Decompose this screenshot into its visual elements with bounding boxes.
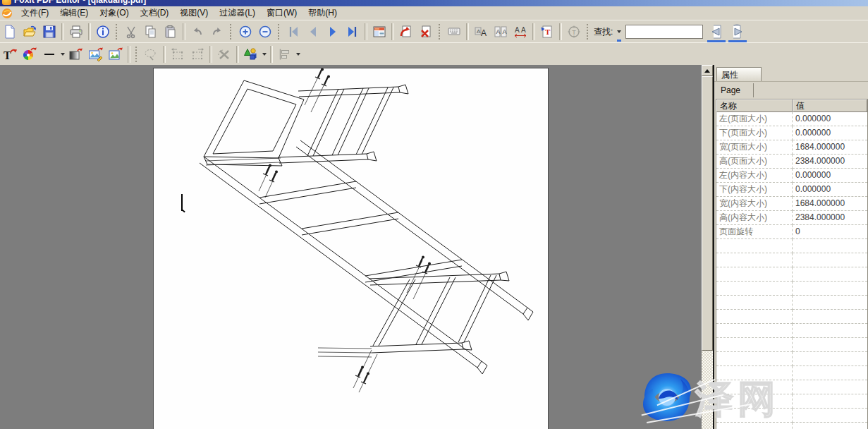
menu-help[interactable]: 帮助(H): [302, 6, 343, 20]
property-value[interactable]: [793, 282, 867, 296]
align-objects-button[interactable]: [275, 45, 295, 64]
edit-color-button[interactable]: [20, 45, 39, 64]
column-header-value[interactable]: 值: [793, 99, 867, 112]
property-value[interactable]: 1684.000000: [793, 197, 867, 211]
property-value[interactable]: [793, 423, 867, 429]
new-button[interactable]: [0, 23, 20, 41]
properties-title-tab[interactable]: 属性: [716, 67, 762, 82]
find-prev-button[interactable]: [706, 22, 727, 42]
menu-document[interactable]: 文档(D): [135, 6, 175, 20]
property-value[interactable]: [793, 394, 867, 409]
paste-button[interactable]: [161, 23, 181, 41]
font-compare-button[interactable]: AA: [491, 23, 511, 41]
open-button[interactable]: [20, 23, 39, 41]
property-value[interactable]: [793, 296, 867, 310]
document-info-button[interactable]: [93, 23, 113, 41]
property-row[interactable]: [716, 282, 867, 296]
property-row[interactable]: [716, 366, 867, 380]
property-row[interactable]: [716, 380, 867, 394]
property-row[interactable]: 下(页面大小)0.000000: [716, 126, 867, 140]
property-value[interactable]: 0.000000: [793, 126, 867, 140]
page-layout-button[interactable]: [369, 23, 389, 41]
property-row[interactable]: [716, 324, 867, 338]
edit-shading-button[interactable]: [66, 45, 86, 64]
undo-button[interactable]: [188, 23, 207, 41]
menu-object[interactable]: 对象(O): [94, 6, 134, 20]
edit-text-button[interactable]: T: [0, 45, 20, 64]
delete-page-button[interactable]: [416, 23, 436, 41]
insert-shapes-button[interactable]: [241, 45, 261, 64]
property-row[interactable]: [716, 352, 867, 366]
line-style-dropdown[interactable]: [59, 45, 66, 64]
line-style-button[interactable]: [39, 45, 59, 64]
tab-page[interactable]: Page: [716, 83, 754, 97]
select-object-button[interactable]: [141, 45, 161, 64]
align-objects-dropdown[interactable]: [295, 45, 302, 64]
rotate-left-button[interactable]: [168, 45, 188, 64]
property-row[interactable]: 高(内容大小)2384.000000: [716, 211, 867, 225]
menu-file[interactable]: 文件(F): [16, 6, 54, 20]
property-row[interactable]: 左(页面大小)0.000000: [716, 112, 867, 126]
property-value[interactable]: [793, 267, 867, 282]
property-value[interactable]: 0.000000: [793, 183, 867, 197]
import-page-button[interactable]: [396, 23, 416, 41]
property-value[interactable]: [793, 366, 867, 380]
property-row[interactable]: [716, 409, 867, 423]
scrollbar-thumb[interactable]: [702, 76, 713, 351]
property-value[interactable]: [793, 324, 867, 338]
property-value[interactable]: 1684.000000: [793, 140, 867, 155]
find-dropdown[interactable]: [616, 23, 623, 41]
property-value[interactable]: 2384.000000: [793, 211, 867, 225]
property-value[interactable]: [793, 352, 867, 366]
insert-shapes-dropdown[interactable]: [261, 45, 268, 64]
property-row[interactable]: 宽(内容大小)1684.000000: [716, 197, 867, 211]
property-row[interactable]: [716, 310, 867, 324]
delete-object-button[interactable]: [214, 45, 234, 64]
property-value[interactable]: [793, 409, 867, 423]
property-value[interactable]: [793, 239, 867, 253]
property-row[interactable]: [716, 338, 867, 352]
print-button[interactable]: [66, 23, 86, 41]
scroll-up-button[interactable]: [702, 65, 713, 76]
property-value[interactable]: 0.000000: [793, 169, 867, 183]
zoom-out-button[interactable]: [255, 23, 275, 41]
property-row[interactable]: [716, 239, 867, 253]
rotate-right-button[interactable]: [188, 45, 207, 64]
add-text-button[interactable]: T: [537, 23, 557, 41]
column-header-name[interactable]: 名称: [716, 99, 793, 112]
property-row[interactable]: [716, 423, 867, 429]
property-row[interactable]: [716, 394, 867, 409]
property-row[interactable]: [716, 253, 867, 267]
property-value[interactable]: [793, 380, 867, 394]
text-object-button[interactable]: T: [564, 23, 584, 41]
property-value[interactable]: 2384.000000: [793, 155, 867, 169]
edit-image-button[interactable]: [86, 45, 106, 64]
first-page-button[interactable]: [283, 23, 303, 41]
copy-button[interactable]: [141, 23, 161, 41]
find-next-button[interactable]: [727, 22, 748, 42]
zoom-in-button[interactable]: [236, 23, 255, 41]
property-row[interactable]: 宽(页面大小)1684.000000: [716, 140, 867, 155]
menu-filter[interactable]: 过滤器(L): [214, 6, 261, 20]
property-row[interactable]: 页面旋转0: [716, 225, 867, 239]
property-value[interactable]: 0.000000: [793, 112, 867, 126]
replace-image-button[interactable]: [106, 45, 126, 64]
property-value[interactable]: [793, 310, 867, 324]
property-row[interactable]: [716, 296, 867, 310]
property-row[interactable]: 下(内容大小)0.000000: [716, 183, 867, 197]
embed-font-button[interactable]: AA: [471, 23, 491, 41]
redo-button[interactable]: [207, 23, 227, 41]
save-button[interactable]: [39, 23, 59, 41]
keyboard-button[interactable]: [444, 23, 464, 41]
property-value[interactable]: [793, 338, 867, 352]
property-row[interactable]: 左(内容大小)0.000000: [716, 169, 867, 183]
menu-view[interactable]: 视图(V): [174, 6, 214, 20]
font-spacing-button[interactable]: AA: [511, 23, 530, 41]
property-value[interactable]: 0: [793, 225, 867, 239]
property-row[interactable]: [716, 267, 867, 282]
menu-window[interactable]: 窗口(W): [261, 6, 302, 20]
menu-edit[interactable]: 编辑(E): [54, 6, 94, 20]
next-page-button[interactable]: [323, 23, 343, 41]
pdf-page-canvas[interactable]: [153, 68, 549, 429]
cut-button[interactable]: [121, 23, 141, 41]
